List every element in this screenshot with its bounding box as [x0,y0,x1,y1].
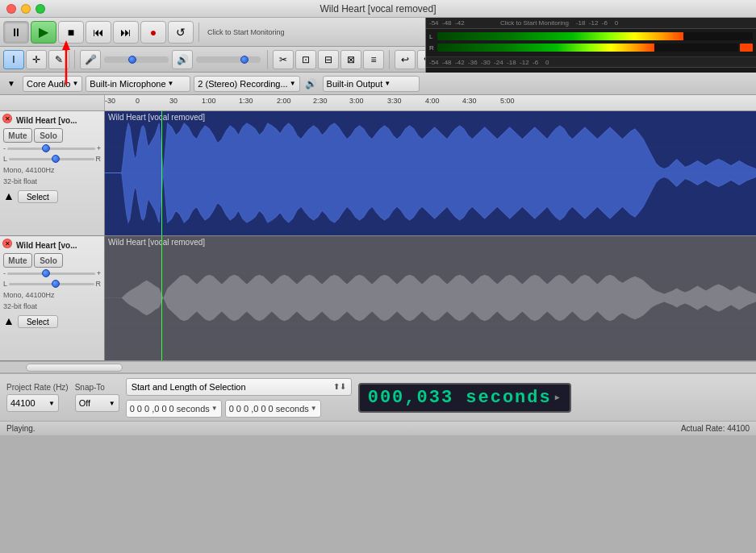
rewind-button[interactable]: ⏮ [86,21,111,44]
maximize-button[interactable] [36,4,45,14]
input-slider[interactable] [104,56,169,63]
track-1-close-button[interactable]: ✕ [2,114,12,123]
draw-tool-button[interactable]: ✎ [48,50,69,69]
time-field-2[interactable]: 0 0 0 ,0 0 0 seconds ▼ [225,400,321,418]
undo-button[interactable]: ↩ [395,50,416,69]
project-rate-label: Project Rate (Hz) [6,383,69,392]
snap-off-label: Off [79,398,90,408]
track-2-gain-slider[interactable] [7,272,95,275]
select-tool-button[interactable]: I [3,50,24,69]
track-1-waveform[interactable]: Wild Heart [vocal removed] 1.0 0.5 0.0 -… [105,111,756,235]
time-field-1[interactable]: 0 0 0 ,0 0 0 seconds ▼ [126,400,222,418]
track-1-gain-thumb[interactable] [42,144,50,152]
track-2-pan-l: L [3,280,7,288]
track-2-mute-button[interactable]: Mute [3,253,32,268]
track-1-pan-thumb[interactable] [52,155,60,163]
input-device-arrow: ▼ [168,80,174,87]
audio-host-arrow: ▼ [72,80,78,87]
collapse-mixer-icon: ▼ [7,79,15,88]
track-1-pan-slider[interactable] [9,158,94,160]
project-rate-dropdown[interactable]: 44100 ▼ [6,394,59,412]
output-speaker-icon: 🔊 [303,78,320,89]
input-slider-thumb[interactable] [128,56,136,64]
track-1-gain-slider[interactable] [7,148,95,150]
track-2-pan-slider[interactable] [9,283,94,285]
ruler-mark-4m30: 4:30 [462,97,477,105]
track-2-gain-thumb[interactable] [42,269,50,277]
input-device-dropdown[interactable]: Built-in Microphone ▼ [86,76,190,92]
track-1-solo-button[interactable]: Solo [34,128,63,143]
track-2-solo-button[interactable]: Solo [34,253,63,268]
track-2-playhead [161,236,162,360]
selection-dropdown-row: Start and Length of Selection ⬆⬇ [126,378,352,396]
track-2-select-button[interactable]: Select [18,315,58,328]
track-1-waveform-svg [105,111,756,235]
track-1-mute-button[interactable]: Mute [3,128,32,143]
track-2-close-button[interactable]: ✕ [2,239,12,248]
main-counter: 000,033 seconds ▶ [358,383,571,413]
output-slider-thumb[interactable] [240,56,249,64]
output-meter-scale: -54 -48 -42 -36 -30 -24 -18 -12 -6 0 [429,59,549,66]
project-rate-arrow: ▼ [48,400,55,407]
track-1-waveform-title: Wild Heart [vocal removed] [108,113,205,122]
close-button[interactable] [6,4,16,14]
cut-icon: ✂ [279,54,287,65]
record-button[interactable]: ● [140,21,166,44]
pause-icon: ⏸ [10,26,22,39]
snap-to-dropdown[interactable]: Off ▼ [75,394,119,412]
speaker-icon: 🔊 [177,54,189,65]
loop-button[interactable]: ↺ [168,21,194,44]
output-device-arrow: ▼ [384,80,391,87]
play-button[interactable]: ▶ [31,21,56,44]
track-2-pan-row: L R [3,280,101,288]
copy-icon: ⊡ [302,54,310,65]
h-scrollbar[interactable] [0,361,756,372]
trim-button[interactable]: ⊠ [340,50,361,69]
h-scrollbar-thumb[interactable] [26,364,123,372]
mic-button[interactable]: 🎤 [80,50,101,69]
ruler-mark-3m30: 3:30 [387,97,402,105]
channels-dropdown[interactable]: 2 (Stereo) Recording... ▼ [194,76,299,92]
track-2-gain-row: - + [3,269,101,277]
meter-scale: -54 -48 -42 Click to Start Monitoring -1… [429,19,753,27]
snap-arrow: ▼ [109,400,115,407]
output-device-dropdown[interactable]: Built-in Output ▼ [323,76,420,92]
stop-button[interactable]: ■ [58,21,84,44]
cut-button[interactable]: ✂ [273,50,294,69]
silence-button[interactable]: ≡ [363,50,384,69]
meter-r-row: R [429,43,753,52]
track-1-select-button[interactable]: Select [18,190,58,203]
project-rate-row: 44100 ▼ [6,394,69,412]
record-icon: ● [150,26,157,39]
audio-host-dropdown[interactable]: Core Audio ▼ [23,76,82,92]
pause-button[interactable]: ⏸ [3,21,29,44]
track-1-collapse-icon[interactable]: ▲ [3,189,15,202]
multi-tool-button[interactable]: ✛ [26,50,47,69]
ruler-mark-2m30: 2:30 [313,97,328,105]
ruler: -30 0 30 1:00 1:30 2:00 2:30 3:00 3:30 4… [0,95,756,111]
paste-button[interactable]: ⊟ [318,50,339,69]
time-value-2: 0 0 0 ,0 0 0 seconds [229,404,309,414]
selection-type-dropdown[interactable]: Start and Length of Selection ⬆⬇ [126,378,352,396]
selection-type-label: Start and Length of Selection [132,382,246,392]
copy-button[interactable]: ⊡ [295,50,316,69]
forward-button[interactable]: ⏭ [113,21,139,44]
track-1-name: Wild Heart [vo... [16,116,97,125]
output-slider[interactable] [196,56,261,63]
titlebar: Wild Heart [vocal removed] [0,0,756,18]
meter-l-bar [437,32,753,40]
track-2-collapse-icon[interactable]: ▲ [3,314,15,327]
minimize-button[interactable] [21,4,31,14]
track-1-bottom-row: ▲ Select [3,189,101,203]
track-2-waveform[interactable]: Wild Heart [vocal removed] 1.0 0.5 0.0 -… [105,236,756,360]
counter-value: 000,033 seconds [368,388,552,408]
track-2-pan-thumb[interactable] [52,280,60,288]
multi-icon: ✛ [32,54,40,65]
sep1 [198,23,199,42]
input-device-label: Built-in Microphone [90,79,165,89]
speaker-button[interactable]: 🔊 [172,50,193,69]
collapse-mixer-button[interactable]: ▼ [3,76,19,92]
track-1-pan-row: L R [3,155,101,163]
status-left: Playing. [6,424,36,433]
stop-icon: ■ [68,26,74,39]
